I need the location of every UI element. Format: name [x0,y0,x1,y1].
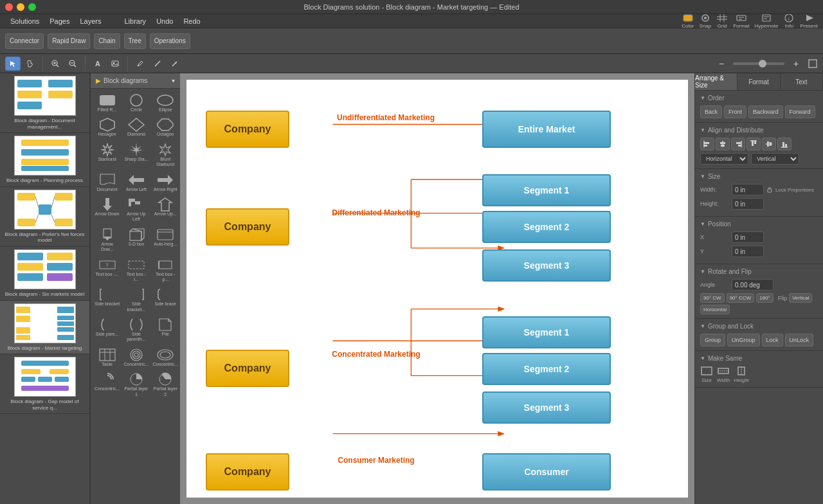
grid-btn[interactable]: Grid [716,14,728,29]
tab-arrange-size[interactable]: Arrange & Size [695,73,737,90]
company-box-1[interactable]: Company [206,111,289,148]
connector-btn[interactable]: Connector [5,33,44,49]
shape-3d-box[interactable]: 3-D box [122,226,150,255]
zoom-minus[interactable]: − [714,57,729,71]
minimize-button[interactable] [17,3,24,11]
zoom-in-tool[interactable] [48,57,63,71]
select-tool[interactable] [5,57,21,71]
shape-diamond[interactable]: Diamond [122,116,150,139]
shape-auto-height[interactable]: Auto-heig... [152,226,179,255]
rotate-180-btn[interactable]: 180° [756,293,773,303]
shape-side-bracket2[interactable]: Side bracket... [122,285,150,314]
shape-arrow-left[interactable]: Arrow Left [122,171,150,194]
zoom-slider[interactable] [733,62,784,65]
tree-btn[interactable]: Tree [124,33,146,49]
shape-filled-rect[interactable]: Filled R... [93,91,121,114]
shape-file[interactable]: File [152,316,179,345]
shape-text-box3[interactable]: Text box - p... [152,256,179,285]
rapiddraw-btn[interactable]: Rapid Draw [48,33,90,49]
shape-side-paren[interactable]: Side pare... [93,316,121,345]
segment-3-row3[interactable]: Segment 3 [482,392,611,424]
width-input[interactable] [732,184,764,195]
tab-text[interactable]: Text [781,73,823,90]
shape-concentric1[interactable]: Concentric... [122,346,150,369]
rotate-90cw-btn[interactable]: 90° CW [700,293,725,303]
ungroup-btn[interactable]: UnGroup [727,334,760,346]
shape-partial1[interactable]: Partial layer 1 [122,370,150,399]
align-top-btn[interactable] [746,138,761,150]
shape-table[interactable]: Table [93,346,121,369]
shape-circle[interactable]: Circle [122,91,150,114]
close-button[interactable] [5,3,13,11]
shape-side-paren2[interactable]: Side parenth... [122,316,150,345]
canvas[interactable]: Company Undifferentiated Marketing Entir… [186,80,688,498]
make-same-size[interactable]: Size [700,366,713,383]
rotate-90ccw-btn[interactable]: 90° CCW [727,293,754,303]
angle-input[interactable] [732,279,773,291]
align-vert-select[interactable]: Vertical Horizontal [751,153,799,165]
zoom-plus[interactable]: + [788,57,804,71]
make-same-width[interactable]: Width [717,366,730,383]
arrow-tool[interactable] [167,57,183,71]
align-center-btn[interactable] [716,138,730,150]
diagram-item-2[interactable]: Block diagram - Porter's five forces mod… [0,187,89,247]
maximize-button[interactable] [28,3,36,11]
company-box-2[interactable]: Company [206,208,289,246]
shape-octagon[interactable]: Octagon [152,116,179,139]
unlock-btn[interactable]: UnLock [785,334,814,346]
shapes-menu-btn[interactable]: ▾ [172,77,175,84]
pen-tool[interactable] [132,57,148,71]
segment-entire-market[interactable]: Entire Market [482,111,611,148]
group-btn[interactable]: Group [700,334,725,346]
segment-2-row2[interactable]: Segment 2 [482,211,611,243]
align-horiz-select[interactable]: Horizontal Vertical [700,153,748,165]
shape-arrow-up-left[interactable]: Arrow Up Left [122,195,150,224]
shape-starburst[interactable]: Starburst [93,141,121,170]
segment-3-row2[interactable]: Segment 3 [482,249,611,282]
shape-text-box2[interactable]: Text box - l... [122,256,150,285]
company-box-4[interactable]: Company [206,453,289,491]
align-right-btn[interactable] [731,138,745,150]
flip-horizontal-btn[interactable]: Horizontal [700,305,730,314]
tab-format[interactable]: Format [737,73,780,90]
menu-redo[interactable]: Redo [178,16,205,26]
align-left-btn[interactable] [700,138,714,150]
menu-undo[interactable]: Undo [151,16,178,26]
shape-partial2[interactable]: Partial layer 2 [152,370,179,399]
shape-arrow-down[interactable]: Arrow Down [93,195,121,224]
segment-consumer[interactable]: Consumer [482,453,611,491]
shape-concentric4[interactable]: Concentric... [93,370,121,399]
shape-concentric2[interactable]: Concentric... [152,346,179,369]
zoom-out-tool[interactable] [65,57,80,71]
image-tool[interactable] [107,57,123,71]
color-btn[interactable]: Color [682,14,694,29]
shape-arrow-right[interactable]: Arrow Right [152,171,179,194]
segment-1-row2[interactable]: Segment 1 [482,174,611,206]
make-same-height[interactable]: Height [734,366,748,383]
align-middle-btn[interactable] [762,138,776,150]
shape-ellipse[interactable]: Ellipse [152,91,179,114]
shape-text-box1[interactable]: T Text box -... [93,256,121,285]
lock-btn[interactable]: Lock [762,334,783,346]
shape-blunt-star[interactable]: Blunt Starburst [152,141,179,170]
diagram-item-0[interactable]: Block diagram - Document management... [0,73,89,133]
y-input[interactable] [732,246,764,257]
forward-btn[interactable]: Forward [785,105,815,118]
hypernote-btn[interactable]: Hypernote [755,14,779,29]
menu-solutions[interactable]: Solutions [5,16,44,26]
hand-tool[interactable] [23,57,38,71]
chain-btn[interactable]: Chain [94,33,120,49]
shape-arrow-up2[interactable]: Arrow Up... [152,195,179,224]
diagram-item-5[interactable]: Block diagram - Gap model of service q..… [0,354,89,414]
company-box-3[interactable]: Company [206,350,289,387]
shape-arrow-down3[interactable]: Arrow Dow... [93,226,121,255]
shape-hexagon[interactable]: Hexagon [93,116,121,139]
shape-side-bracket[interactable]: Side bracket [93,285,121,314]
flip-vertical-btn[interactable]: Vertical [789,293,812,303]
height-input[interactable] [732,198,764,210]
snap-btn[interactable]: Snap [699,14,711,29]
text-tool[interactable]: A [90,57,105,71]
diagram-item-4[interactable]: Block diagram - Market targeting [0,301,89,355]
backward-btn[interactable]: Backward [748,105,783,118]
segment-1-row3[interactable]: Segment 1 [482,316,611,348]
